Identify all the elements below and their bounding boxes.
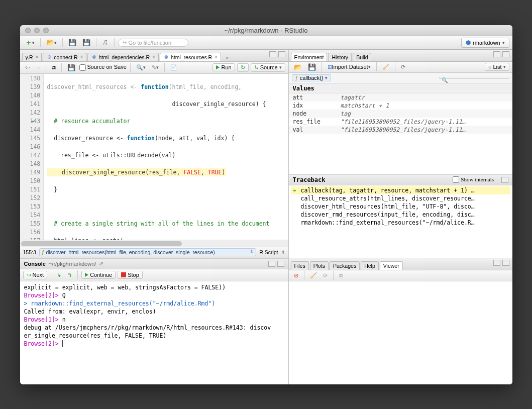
tab-packages[interactable]: Packages xyxy=(330,261,360,270)
show-internals-checkbox[interactable]: Show internals xyxy=(453,176,494,183)
file-type-label[interactable]: R Script xyxy=(259,249,278,255)
find-replace-button[interactable]: 🔍▾ xyxy=(134,63,148,72)
env-tabbar: Environment History Build xyxy=(289,50,512,62)
traceback-header: Traceback Show internals xyxy=(289,174,512,185)
titlebar: ~/r/pkg/rmarkdown - RStudio xyxy=(20,25,512,36)
env-row[interactable]: res_file"file116953890952_files/jquery-1… xyxy=(289,118,512,126)
load-workspace-button[interactable]: 📂 xyxy=(292,62,304,72)
view-mode-button[interactable]: ≡List▾ xyxy=(485,63,509,71)
line-gutter[interactable]: 138 139 140 141 142 ➔143 144 145 146 147… xyxy=(20,74,44,240)
goto-placeholder: Go to file/function xyxy=(129,40,172,46)
traceback-frame[interactable]: call_resource_attrs(html_lines, discover… xyxy=(291,194,510,202)
maximize-pane-button[interactable] xyxy=(502,51,509,57)
env-row[interactable]: val"file116953890952_files/jquery-1.11… xyxy=(289,126,512,134)
tab-y-r[interactable]: y.R× xyxy=(22,53,42,61)
compile-report-button[interactable]: 📄 xyxy=(168,63,179,72)
close-icon[interactable]: × xyxy=(35,54,38,60)
maximize-pane-button[interactable] xyxy=(277,261,284,267)
code-editor[interactable]: 138 139 140 141 142 ➔143 144 145 146 147… xyxy=(20,74,288,240)
debug-stop-button[interactable]: Stop xyxy=(118,271,143,279)
close-icon[interactable]: × xyxy=(152,54,155,60)
left-column: y.R× ®connect.R× ®html_dependencies.R× ®… xyxy=(20,50,289,384)
viewer-clear-button[interactable]: ⊘ xyxy=(292,271,300,280)
save-source-button[interactable]: 💾 xyxy=(65,63,77,72)
traceback-frame[interactable]: discover_rmd_resources(input_file, encod… xyxy=(291,211,510,219)
tab-html-resources-r[interactable]: ®html_resources.R× xyxy=(160,53,221,61)
maximize-pane-button[interactable] xyxy=(278,51,285,57)
minimize-pane-button[interactable] xyxy=(268,261,275,267)
scope-selector[interactable]: ƒcallback()▾ xyxy=(292,74,331,81)
minimize-pane-button[interactable] xyxy=(269,51,276,57)
function-navigator[interactable]: ƒ discover_html_resources(html_file, enc… xyxy=(39,248,256,256)
env-values-table: atttagattr idxmatchstart + 1 nodetag res… xyxy=(289,93,512,134)
traceback-frame[interactable]: rmarkdown::find_external_resources("~/rm… xyxy=(291,219,510,227)
env-row[interactable]: idxmatchstart + 1 xyxy=(289,101,512,110)
minimize-pane-button[interactable] xyxy=(493,51,500,57)
project-menu-button[interactable]: ⬢ rmarkdown ▾ xyxy=(461,38,509,48)
viewer-clear-all-button[interactable]: 🧹 xyxy=(308,271,319,280)
tab-help[interactable]: Help xyxy=(361,261,379,270)
new-file-button[interactable]: ＋▾ xyxy=(23,37,37,48)
play-icon xyxy=(216,65,220,69)
close-icon[interactable]: × xyxy=(80,54,83,60)
code-tools-button[interactable]: ✎▾ xyxy=(150,63,161,72)
save-all-button[interactable]: 💾 xyxy=(80,38,92,47)
viewer-tabbar: Files Plots Packages Help Viewer xyxy=(289,258,512,270)
open-file-button[interactable]: 📂▾ xyxy=(44,38,59,47)
viewer-toolbar: ⊘ 🧹 ⟳ ⧉ xyxy=(289,270,512,281)
console-output[interactable]: explicit = explicit, web = web, stringsA… xyxy=(20,281,288,384)
tab-plots[interactable]: Plots xyxy=(310,261,329,270)
env-row[interactable]: atttagattr xyxy=(289,93,512,101)
tab-viewer[interactable]: Viewer xyxy=(380,261,403,270)
tab-html-dependencies-r[interactable]: ®html_dependencies.R× xyxy=(87,53,158,61)
window-title: ~/r/pkg/rmarkdown - RStudio xyxy=(20,27,512,34)
viewer-pane: Files Plots Packages Help Viewer ⊘ 🧹 ⟳ xyxy=(289,258,512,384)
env-row[interactable]: nodetag xyxy=(289,110,512,118)
code-body[interactable]: discover_html_resources <- function(html… xyxy=(44,74,288,240)
goto-file-function-input[interactable]: ↪ Go to file/function xyxy=(118,39,188,47)
refresh-button[interactable]: ⟳ xyxy=(399,63,407,71)
console-title: Console xyxy=(24,261,46,267)
horizontal-scrollbar[interactable] xyxy=(20,240,288,247)
tab-files[interactable]: Files xyxy=(291,261,309,270)
nav-forward-button[interactable]: ⇨ xyxy=(34,63,42,72)
env-search-input[interactable] xyxy=(439,77,509,79)
collapse-traceback-button[interactable] xyxy=(501,177,508,183)
tab-build[interactable]: Build xyxy=(353,53,371,61)
nav-back-button[interactable]: ⇦ xyxy=(23,63,32,72)
debug-step-into-button[interactable]: ↳ xyxy=(55,271,63,279)
play-icon xyxy=(85,273,88,277)
rerun-button[interactable]: ↻ xyxy=(237,63,249,72)
traceback-frame[interactable]: callback(tag, tagattr, resource, matchst… xyxy=(291,186,510,194)
traceback-list: callback(tag, tagattr, resource, matchst… xyxy=(289,185,512,228)
source-button[interactable]: ↳Source▾ xyxy=(251,63,285,72)
viewer-body xyxy=(289,281,512,384)
show-in-new-window-button[interactable]: ⧉ xyxy=(50,63,58,72)
viewer-popout-button[interactable]: ⧉ xyxy=(337,271,345,280)
minimize-pane-button[interactable] xyxy=(493,260,500,266)
debug-step-out-button[interactable]: ↰ xyxy=(65,271,74,279)
traceback-frame[interactable]: discover_html_resources(html_file, "UTF-… xyxy=(291,202,510,211)
project-name: rmarkdown xyxy=(473,40,500,46)
debug-continue-button[interactable]: Continue xyxy=(81,271,116,279)
tab-overflow-button[interactable]: » xyxy=(224,54,231,61)
debug-next-button[interactable]: ↪Next xyxy=(23,271,48,279)
console-header: Console ~/r/pkg/rmarkdown/ ⇗ xyxy=(20,258,288,269)
save-workspace-button[interactable]: 💾 xyxy=(306,62,318,72)
tab-environment[interactable]: Environment xyxy=(291,53,328,61)
run-button[interactable]: Run xyxy=(212,63,235,71)
viewer-refresh-button[interactable]: ⟳ xyxy=(321,271,330,280)
clear-workspace-button[interactable]: 🧹 xyxy=(380,63,391,71)
print-button[interactable]: 🖨 xyxy=(100,38,111,47)
main-toolbar: ＋▾ 📂▾ 💾 💾 🖨 ↪ Go to file/function ⬢ rmar… xyxy=(20,36,512,50)
app-window: ~/r/pkg/rmarkdown - RStudio ＋▾ 📂▾ 💾 💾 🖨 … xyxy=(20,25,512,384)
source-pane: y.R× ®connect.R× ®html_dependencies.R× ®… xyxy=(20,50,288,258)
source-footer: 155:3 ƒ discover_html_resources(html_fil… xyxy=(20,247,288,258)
save-button[interactable]: 💾 xyxy=(66,38,78,47)
maximize-pane-button[interactable] xyxy=(502,260,509,266)
close-icon[interactable]: × xyxy=(215,54,218,60)
source-on-save-checkbox[interactable]: Source on Save xyxy=(79,64,127,71)
import-dataset-button[interactable]: ⊞Import Dataset▾ xyxy=(326,63,373,71)
tab-history[interactable]: History xyxy=(328,53,352,61)
tab-connect-r[interactable]: ®connect.R× xyxy=(43,53,86,61)
